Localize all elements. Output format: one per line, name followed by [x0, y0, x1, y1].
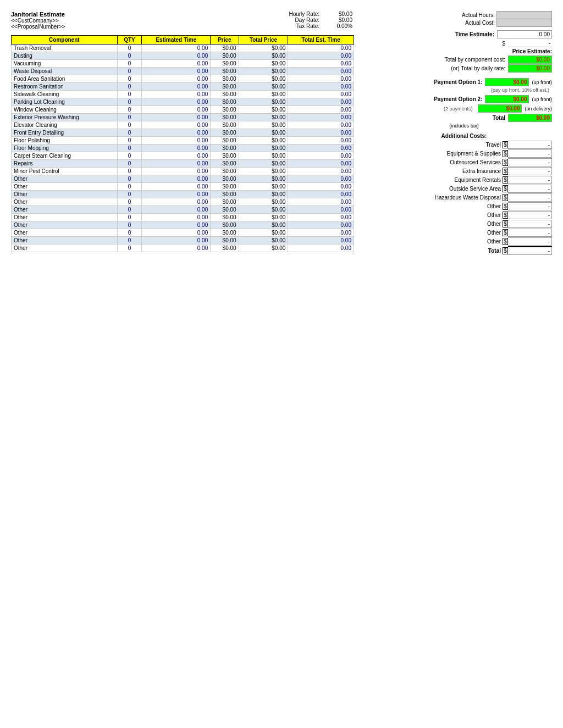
table-cell-r5-c4[interactable]: $0.00	[239, 83, 288, 91]
total-cost-value[interactable]: -	[508, 246, 552, 255]
table-cell-r23-c2[interactable]: 0.00	[142, 221, 211, 229]
table-cell-r1-c1[interactable]: 0	[117, 52, 142, 60]
actual-hours-value[interactable]	[497, 12, 552, 19]
table-cell-r4-c4[interactable]: $0.00	[239, 75, 288, 83]
cost-value-5[interactable]: -	[508, 185, 552, 193]
table-cell-r12-c1[interactable]: 0	[117, 137, 142, 145]
table-cell-r12-c5[interactable]: 0.00	[288, 137, 354, 145]
table-cell-r19-c2[interactable]: 0.00	[142, 191, 211, 198]
table-cell-r20-c1[interactable]: 0	[117, 198, 142, 206]
table-cell-r17-c2[interactable]: 0.00	[142, 175, 211, 183]
table-cell-r22-c2[interactable]: 0.00	[142, 214, 211, 221]
table-cell-r24-c3[interactable]: $0.00	[211, 229, 239, 237]
table-cell-r15-c2[interactable]: 0.00	[142, 160, 211, 168]
time-estimate-value[interactable]: 0.00	[497, 30, 552, 38]
table-cell-r7-c1[interactable]: 0	[117, 98, 142, 106]
table-cell-r4-c3[interactable]: $0.00	[211, 75, 239, 83]
table-cell-r11-c3[interactable]: $0.00	[211, 129, 239, 137]
cost-value-6[interactable]: -	[508, 193, 552, 202]
table-cell-r2-c3[interactable]: $0.00	[211, 60, 239, 68]
table-cell-r23-c3[interactable]: $0.00	[211, 221, 239, 229]
table-cell-r7-c4[interactable]: $0.00	[239, 98, 288, 106]
cost-value-0[interactable]: -	[508, 141, 552, 149]
table-cell-r22-c1[interactable]: 0	[117, 214, 142, 221]
table-cell-r2-c5[interactable]: 0.00	[288, 60, 354, 68]
table-cell-r23-c1[interactable]: 0	[117, 221, 142, 229]
table-cell-r15-c3[interactable]: $0.00	[211, 160, 239, 168]
table-cell-r18-c4[interactable]: $0.00	[239, 183, 288, 191]
table-cell-r3-c1[interactable]: 0	[117, 68, 142, 75]
table-cell-r24-c4[interactable]: $0.00	[239, 229, 288, 237]
table-cell-r12-c2[interactable]: 0.00	[142, 137, 211, 145]
table-cell-r16-c3[interactable]: $0.00	[211, 168, 239, 175]
table-cell-r20-c4[interactable]: $0.00	[239, 198, 288, 206]
table-cell-r0-c2[interactable]: 0.00	[142, 45, 211, 52]
table-cell-r4-c2[interactable]: 0.00	[142, 75, 211, 83]
table-cell-r1-c4[interactable]: $0.00	[239, 52, 288, 60]
table-cell-r19-c3[interactable]: $0.00	[211, 191, 239, 198]
table-cell-r22-c3[interactable]: $0.00	[211, 214, 239, 221]
table-cell-r18-c5[interactable]: 0.00	[288, 183, 354, 191]
cost-value-9[interactable]: -	[508, 220, 552, 228]
table-cell-r8-c2[interactable]: 0.00	[142, 106, 211, 114]
table-cell-r0-c1[interactable]: 0	[117, 45, 142, 52]
by-component-value[interactable]: $0.00	[508, 55, 552, 64]
table-cell-r8-c3[interactable]: $0.00	[211, 106, 239, 114]
table-cell-r25-c1[interactable]: 0	[117, 237, 142, 244]
table-cell-r25-c2[interactable]: 0.00	[142, 237, 211, 244]
table-cell-r10-c4[interactable]: $0.00	[239, 121, 288, 129]
table-cell-r21-c4[interactable]: $0.00	[239, 206, 288, 214]
table-cell-r25-c5[interactable]: 0.00	[288, 237, 354, 244]
table-cell-r22-c5[interactable]: 0.00	[288, 214, 354, 221]
table-cell-r20-c2[interactable]: 0.00	[142, 198, 211, 206]
table-cell-r21-c1[interactable]: 0	[117, 206, 142, 214]
table-cell-r7-c3[interactable]: $0.00	[211, 98, 239, 106]
table-cell-r24-c2[interactable]: 0.00	[142, 229, 211, 237]
table-cell-r15-c4[interactable]: $0.00	[239, 160, 288, 168]
table-cell-r15-c5[interactable]: 0.00	[288, 160, 354, 168]
table-cell-r13-c1[interactable]: 0	[117, 145, 142, 152]
table-cell-r2-c2[interactable]: 0.00	[142, 60, 211, 68]
hourly-rate-value[interactable]: $0.00	[321, 11, 354, 17]
table-cell-r17-c4[interactable]: $0.00	[239, 175, 288, 183]
payment-total-value[interactable]: $0.00	[508, 114, 552, 122]
table-cell-r15-c1[interactable]: 0	[117, 160, 142, 168]
table-cell-r26-c5[interactable]: 0.00	[288, 244, 354, 252]
cost-value-11[interactable]: -	[508, 237, 552, 246]
table-cell-r6-c1[interactable]: 0	[117, 91, 142, 98]
payment-option2-total-value[interactable]: $0.00	[478, 104, 522, 113]
table-cell-r17-c5[interactable]: 0.00	[288, 175, 354, 183]
table-cell-r21-c3[interactable]: $0.00	[211, 206, 239, 214]
table-cell-r7-c5[interactable]: 0.00	[288, 98, 354, 106]
table-cell-r13-c2[interactable]: 0.00	[142, 145, 211, 152]
payment-option1-value[interactable]: $0.00	[485, 78, 529, 86]
table-cell-r8-c1[interactable]: 0	[117, 106, 142, 114]
table-cell-r14-c1[interactable]: 0	[117, 152, 142, 160]
table-cell-r16-c5[interactable]: 0.00	[288, 168, 354, 175]
table-cell-r9-c1[interactable]: 0	[117, 114, 142, 121]
table-cell-r3-c3[interactable]: $0.00	[211, 68, 239, 75]
table-cell-r24-c1[interactable]: 0	[117, 229, 142, 237]
table-cell-r24-c5[interactable]: 0.00	[288, 229, 354, 237]
table-cell-r14-c2[interactable]: 0.00	[142, 152, 211, 160]
table-cell-r11-c5[interactable]: 0.00	[288, 129, 354, 137]
table-cell-r19-c4[interactable]: $0.00	[239, 191, 288, 198]
table-cell-r26-c2[interactable]: 0.00	[142, 244, 211, 252]
cost-value-10[interactable]: -	[508, 229, 552, 237]
table-cell-r5-c2[interactable]: 0.00	[142, 83, 211, 91]
table-cell-r6-c4[interactable]: $0.00	[239, 91, 288, 98]
table-cell-r23-c5[interactable]: 0.00	[288, 221, 354, 229]
table-cell-r18-c2[interactable]: 0.00	[142, 183, 211, 191]
table-cell-r26-c1[interactable]: 0	[117, 244, 142, 252]
table-cell-r5-c3[interactable]: $0.00	[211, 83, 239, 91]
table-cell-r13-c3[interactable]: $0.00	[211, 145, 239, 152]
table-cell-r1-c5[interactable]: 0.00	[288, 52, 354, 60]
table-cell-r10-c2[interactable]: 0.00	[142, 121, 211, 129]
cost-value-3[interactable]: -	[508, 167, 552, 175]
table-cell-r9-c5[interactable]: 0.00	[288, 114, 354, 121]
tax-rate-value[interactable]: 0.00%	[321, 23, 354, 29]
table-cell-r10-c3[interactable]: $0.00	[211, 121, 239, 129]
table-cell-r12-c3[interactable]: $0.00	[211, 137, 239, 145]
table-cell-r0-c5[interactable]: 0.00	[288, 45, 354, 52]
table-cell-r3-c2[interactable]: 0.00	[142, 68, 211, 75]
